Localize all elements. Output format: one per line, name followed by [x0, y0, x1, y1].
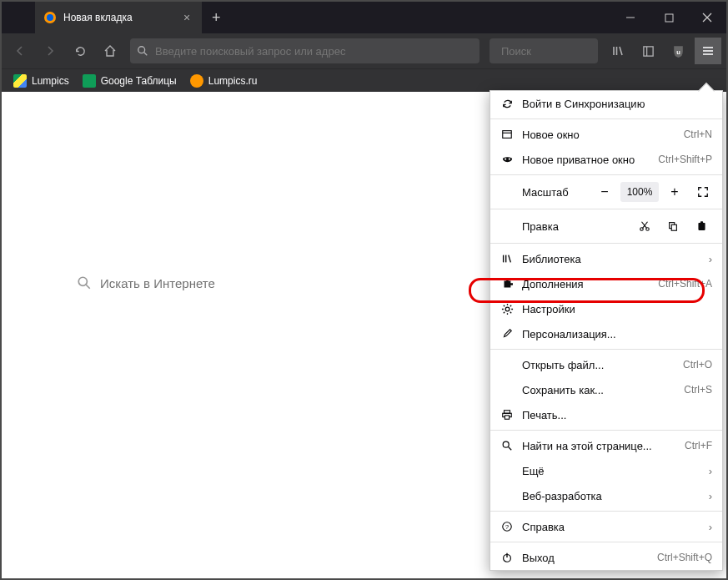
zoom-out-button[interactable]: −	[592, 181, 617, 203]
bookmark-item[interactable]: Lumpics	[8, 73, 74, 89]
chevron-right-icon: ›	[709, 465, 712, 477]
bookmarks-toolbar: Lumpics Google Таблицы Lumpics.ru	[2, 68, 726, 92]
svg-line-35	[509, 255, 511, 263]
zoom-in-button[interactable]: +	[662, 181, 687, 203]
titlebar: Новая вкладка × +	[2, 2, 726, 33]
menu-library[interactable]: Библиотека ›	[490, 246, 722, 271]
navigation-toolbar: u	[2, 33, 726, 68]
menu-label: Печать...	[522, 409, 712, 421]
search-icon	[77, 275, 92, 290]
menu-new-private[interactable]: Новое приватное окно Ctrl+Shift+P	[490, 147, 722, 172]
menu-more[interactable]: Ещё ›	[490, 458, 722, 483]
menu-zoom-row: Масштаб − 100% +	[490, 178, 722, 206]
menu-label: Открыть файл...	[522, 359, 675, 371]
url-bar[interactable]	[130, 38, 479, 63]
menu-label: Веб-разработка	[522, 490, 700, 502]
minimize-button[interactable]	[611, 2, 650, 33]
bookmark-item[interactable]: Google Таблицы	[78, 73, 182, 89]
menu-label: Найти на этой странице...	[522, 440, 676, 452]
chevron-right-icon: ›	[709, 521, 712, 533]
menu-shortcut: Ctrl+Shift+A	[658, 278, 712, 290]
svg-point-19	[78, 277, 87, 285]
reload-button[interactable]	[67, 38, 93, 64]
menu-label: Настройки	[522, 303, 712, 315]
sidebar-button[interactable]	[635, 38, 661, 64]
svg-rect-21	[503, 131, 512, 139]
home-button[interactable]	[97, 38, 123, 64]
paste-button[interactable]	[687, 215, 715, 237]
menu-sync[interactable]: Войти в Синхронизацию	[490, 91, 722, 116]
svg-point-6	[138, 47, 145, 53]
puzzle-icon	[500, 277, 514, 290]
svg-rect-31	[698, 223, 705, 230]
menu-shortcut: Ctrl+N	[684, 129, 712, 140]
home-search-placeholder: Искать в Интернете	[100, 276, 215, 290]
new-tab-button[interactable]: +	[202, 2, 231, 33]
bookmark-label: Lumpics	[32, 75, 69, 87]
menu-customize[interactable]: Персонализация...	[490, 321, 722, 346]
zoom-value[interactable]: 100%	[620, 182, 659, 202]
copy-button[interactable]	[659, 215, 687, 237]
svg-rect-13	[643, 46, 652, 55]
window-icon	[500, 128, 514, 141]
menu-shortcut: Ctrl+S	[684, 384, 712, 396]
close-window-button[interactable]	[688, 2, 726, 33]
menu-webdev[interactable]: Веб-разработка ›	[490, 483, 722, 508]
menu-label: Персонализация...	[522, 328, 712, 340]
menu-open-file[interactable]: Открыть файл... Ctrl+O	[490, 352, 722, 377]
library-button[interactable]	[605, 38, 631, 64]
bookmark-item[interactable]: Lumpics.ru	[185, 73, 263, 89]
drive-icon	[13, 74, 27, 88]
tab-close-button[interactable]: ×	[180, 11, 193, 24]
svg-line-20	[86, 285, 90, 289]
svg-line-7	[144, 53, 148, 56]
menu-label: Новое окно	[522, 129, 675, 141]
library-icon	[500, 252, 514, 265]
svg-line-12	[620, 47, 622, 55]
menu-save-as[interactable]: Сохранить как... Ctrl+S	[490, 377, 722, 402]
menu-label: Дополнения	[522, 278, 650, 290]
fullscreen-button[interactable]	[690, 181, 715, 203]
hamburger-menu-button[interactable]	[695, 38, 721, 64]
maximize-button[interactable]	[650, 2, 688, 33]
menu-label: Войти в Синхронизацию	[522, 98, 712, 110]
menu-label: Новое приватное окно	[522, 154, 650, 166]
hamburger-menu-panel: Войти в Синхронизацию Новое окно Ctrl+N …	[490, 90, 723, 571]
menu-label: Сохранить как...	[522, 384, 675, 396]
power-icon	[500, 551, 514, 564]
svg-line-41	[509, 447, 512, 451]
ublock-button[interactable]: u	[665, 38, 691, 64]
search-icon	[137, 45, 148, 57]
menu-exit[interactable]: Выход Ctrl+Shift+Q	[490, 545, 722, 570]
forward-button[interactable]	[37, 38, 63, 64]
menu-edit-row: Правка	[490, 212, 722, 240]
menu-label: Справка	[522, 521, 700, 533]
zoom-label: Масштаб	[522, 186, 589, 199]
svg-rect-39	[505, 416, 509, 419]
menu-find[interactable]: Найти на этой странице... Ctrl+F	[490, 433, 722, 458]
menu-shortcut: Ctrl+F	[685, 440, 712, 451]
help-icon: ?	[500, 520, 514, 533]
menu-label: Выход	[522, 552, 649, 564]
window-controls	[611, 2, 726, 33]
menu-print[interactable]: Печать...	[490, 402, 722, 427]
url-input[interactable]	[155, 45, 473, 58]
menu-addons[interactable]: Дополнения Ctrl+Shift+A	[490, 271, 722, 296]
menu-settings[interactable]: Настройки	[490, 296, 722, 321]
back-button[interactable]	[7, 38, 33, 64]
cut-button[interactable]	[630, 215, 659, 237]
svg-point-23	[505, 158, 506, 159]
browser-tab[interactable]: Новая вкладка ×	[35, 2, 202, 33]
firefox-icon	[43, 11, 57, 24]
svg-point-40	[503, 441, 509, 447]
menu-shortcut: Ctrl+Shift+P	[658, 154, 712, 165]
svg-point-36	[505, 307, 510, 311]
sheets-icon	[83, 74, 96, 88]
menu-help[interactable]: ? Справка ›	[490, 514, 722, 539]
svg-point-24	[508, 158, 510, 159]
bookmark-label: Lumpics.ru	[208, 75, 258, 87]
svg-rect-32	[700, 221, 702, 223]
search-bar[interactable]	[490, 38, 598, 63]
menu-new-window[interactable]: Новое окно Ctrl+N	[490, 122, 722, 147]
search-icon	[500, 439, 514, 452]
